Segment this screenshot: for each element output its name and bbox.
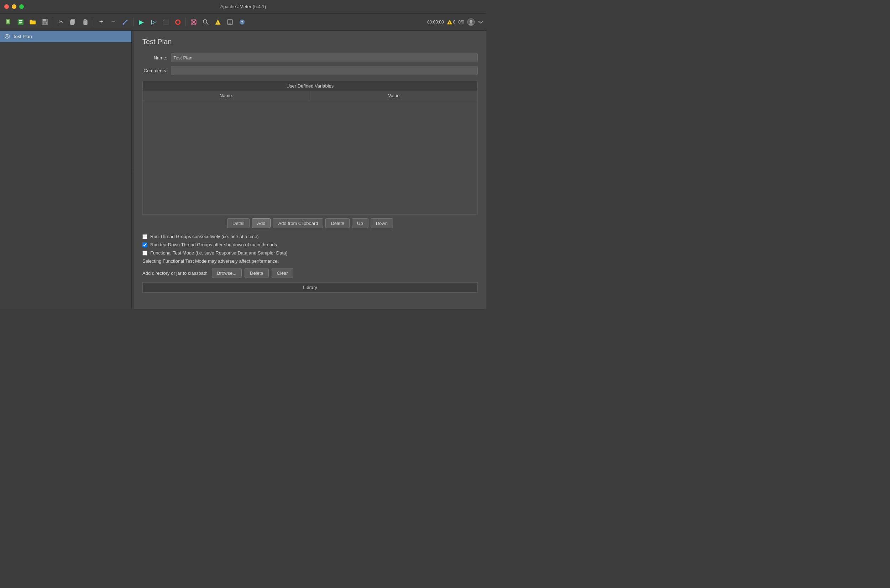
- svg-marker-36: [6, 35, 9, 38]
- variables-section: User Defined Variables Name: Value: [143, 81, 478, 214]
- shutdown-button[interactable]: ⭕: [172, 16, 183, 28]
- template-button[interactable]: [15, 16, 26, 28]
- titlebar: Apache JMeter (5.4.1): [0, 0, 486, 14]
- warning-icon: [447, 19, 452, 25]
- separator-2: [93, 18, 93, 26]
- main-layout: Test Plan ⋮ Test Plan Name: Comments: Us…: [0, 31, 486, 309]
- svg-text:?: ?: [241, 20, 243, 24]
- comments-label: Comments:: [143, 68, 171, 74]
- functional-test-mode-checkbox[interactable]: [143, 250, 147, 255]
- comments-input[interactable]: [171, 66, 478, 75]
- svg-rect-13: [71, 20, 74, 24]
- cut-button[interactable]: ✂: [55, 16, 67, 28]
- window-title: Apache JMeter (5.4.1): [221, 4, 266, 9]
- functional-note: Selecting Functional Test Mode may adver…: [143, 258, 478, 264]
- list-button[interactable]: [224, 16, 236, 28]
- shutdown-icon: ⭕: [175, 19, 181, 25]
- svg-point-17: [123, 23, 124, 24]
- remove-icon: −: [111, 18, 116, 26]
- svg-rect-11: [44, 22, 46, 24]
- profile-icon: [467, 18, 475, 26]
- paste-button[interactable]: [80, 16, 91, 28]
- down-button[interactable]: Down: [371, 218, 393, 228]
- start-icon: ▶: [139, 18, 144, 26]
- stop-icon: ⬛: [163, 19, 169, 25]
- content-area: Test Plan Name: Comments: User Defined V…: [134, 31, 486, 309]
- warning-count: 0: [453, 20, 456, 24]
- svg-point-19: [203, 20, 207, 23]
- toolbar: ✂ + − ▶ ▷ ⬛ ⭕: [0, 14, 486, 31]
- variables-section-title: User Defined Variables: [143, 81, 477, 91]
- variables-body: [143, 100, 477, 214]
- up-button[interactable]: Up: [352, 218, 368, 228]
- run-teardown-checkbox[interactable]: [143, 242, 147, 248]
- var-add-button[interactable]: Add: [252, 218, 270, 228]
- panel-title: Test Plan: [143, 38, 478, 46]
- save-button[interactable]: [39, 16, 51, 28]
- minimize-button[interactable]: [12, 4, 17, 9]
- svg-rect-5: [19, 20, 23, 21]
- start-button[interactable]: ▶: [136, 16, 147, 28]
- svg-rect-15: [84, 19, 86, 21]
- sidebar-item-label: Test Plan: [13, 34, 32, 39]
- library-header: Library: [143, 283, 477, 292]
- remove-button[interactable]: −: [108, 16, 119, 28]
- name-input[interactable]: [171, 53, 478, 62]
- browse-button[interactable]: Browse...: [212, 268, 242, 278]
- run-thread-groups-checkbox[interactable]: [143, 234, 147, 239]
- undo-button[interactable]: [120, 16, 131, 28]
- stop-button[interactable]: ⬛: [160, 16, 171, 28]
- traffic-lights: [4, 4, 24, 9]
- toolbar-right: 00:00:00 0 0/0: [427, 18, 483, 26]
- test-plan-icon: [4, 33, 10, 39]
- add-from-clipboard-button[interactable]: Add from Clipboard: [273, 218, 323, 228]
- svg-rect-7: [19, 24, 21, 24]
- cut-icon: ✂: [59, 18, 63, 25]
- maximize-button[interactable]: [19, 4, 24, 9]
- sidebar-item-test-plan[interactable]: Test Plan: [0, 31, 131, 42]
- run-thread-groups-row: Run Thread Groups consecutively (i.e. on…: [143, 234, 478, 239]
- start-no-pause-button[interactable]: ▷: [148, 16, 159, 28]
- run-thread-groups-label: Run Thread Groups consecutively (i.e. on…: [150, 234, 259, 239]
- functional-test-mode-row: Functional Test Mode (i.e. save Response…: [143, 250, 478, 255]
- start-no-pause-icon: ▷: [151, 18, 156, 25]
- classpath-section: Add directory or jar to classpath Browse…: [143, 268, 478, 278]
- col-value-header: Value: [311, 91, 478, 100]
- sidebar: Test Plan: [0, 31, 132, 309]
- library-section: Library: [143, 282, 478, 292]
- add-button[interactable]: +: [95, 16, 107, 28]
- classpath-label: Add directory or jar to classpath: [143, 270, 207, 276]
- variables-buttons: Detail Add Add from Clipboard Delete Up …: [143, 218, 478, 228]
- col-name-header: Name:: [143, 91, 311, 100]
- checkboxes-section: Run Thread Groups consecutively (i.e. on…: [143, 234, 478, 255]
- clear-toolbar-button[interactable]: [188, 16, 200, 28]
- function-helper-button[interactable]: [212, 16, 224, 28]
- svg-rect-6: [19, 22, 23, 23]
- help-button[interactable]: ?: [236, 16, 248, 28]
- svg-point-23: [218, 24, 218, 24]
- svg-line-20: [207, 23, 208, 24]
- separator-1: [53, 18, 53, 26]
- arrow-icon: [478, 19, 483, 25]
- classpath-delete-button[interactable]: Delete: [245, 268, 269, 278]
- warning-badge: 0: [447, 19, 456, 25]
- svg-rect-9: [43, 19, 46, 21]
- run-teardown-row: Run tearDown Thread Groups after shutdow…: [143, 242, 478, 248]
- separator-3: [133, 18, 134, 26]
- clear-button[interactable]: Clear: [272, 268, 293, 278]
- timer-display: 00:00:00: [427, 20, 444, 24]
- variables-columns: Name: Value: [143, 91, 477, 100]
- name-row: Name:: [143, 53, 478, 62]
- new-button[interactable]: [3, 16, 14, 28]
- error-count: 0/0: [458, 20, 464, 24]
- search-toolbar-button[interactable]: [200, 16, 212, 28]
- open-button[interactable]: [27, 16, 39, 28]
- add-icon: +: [99, 18, 103, 26]
- functional-test-mode-label: Functional Test Mode (i.e. save Response…: [150, 250, 288, 255]
- detail-button[interactable]: Detail: [227, 218, 249, 228]
- close-button[interactable]: [4, 4, 9, 9]
- run-teardown-label: Run tearDown Thread Groups after shutdow…: [150, 242, 277, 248]
- comments-row: Comments:: [143, 66, 478, 75]
- var-delete-button[interactable]: Delete: [326, 218, 350, 228]
- copy-button[interactable]: [67, 16, 79, 28]
